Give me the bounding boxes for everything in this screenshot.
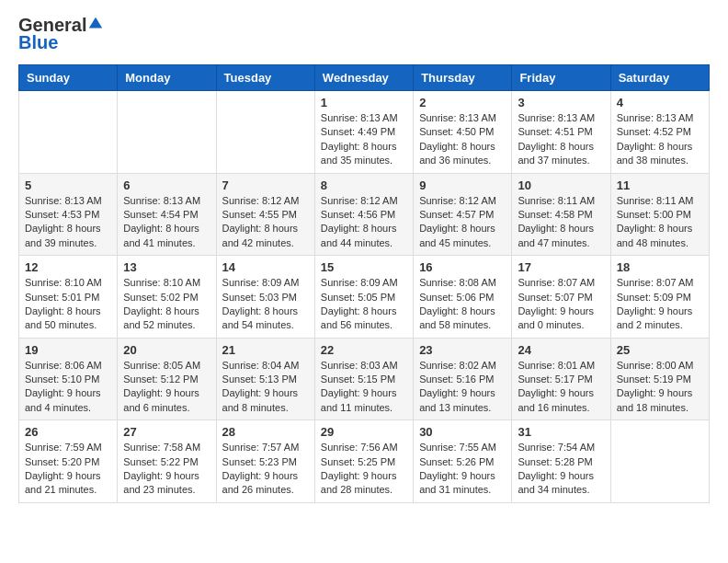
day-info: Sunrise: 8:02 AM Sunset: 5:16 PM Dayligh…: [419, 359, 506, 416]
logo-blue-label: Blue: [18, 32, 58, 53]
day-number: 26: [25, 425, 111, 439]
calendar-cell: 27Sunrise: 7:58 AM Sunset: 5:22 PM Dayli…: [118, 420, 216, 503]
day-number: 21: [222, 343, 309, 357]
calendar-cell: 21Sunrise: 8:04 AM Sunset: 5:13 PM Dayli…: [216, 338, 314, 420]
day-info: Sunrise: 8:13 AM Sunset: 4:51 PM Dayligh…: [518, 111, 604, 168]
day-number: 13: [123, 260, 210, 274]
day-number: 19: [25, 343, 111, 357]
day-info: Sunrise: 8:13 AM Sunset: 4:52 PM Dayligh…: [617, 111, 703, 168]
calendar-cell: 12Sunrise: 8:10 AM Sunset: 5:01 PM Dayli…: [19, 256, 118, 339]
day-number: 24: [518, 343, 604, 357]
weekday-header-monday: Monday: [118, 65, 216, 91]
calendar-week-3: 12Sunrise: 8:10 AM Sunset: 5:01 PM Dayli…: [19, 256, 710, 339]
day-number: 15: [321, 260, 407, 274]
calendar-cell: 7Sunrise: 8:12 AM Sunset: 4:55 PM Daylig…: [216, 173, 314, 256]
day-number: 25: [617, 343, 703, 357]
day-number: 6: [123, 178, 210, 192]
calendar-cell: 28Sunrise: 7:57 AM Sunset: 5:23 PM Dayli…: [216, 420, 314, 503]
weekday-header-tuesday: Tuesday: [216, 65, 314, 91]
logo: General Blue: [18, 15, 104, 53]
day-info: Sunrise: 8:09 AM Sunset: 5:05 PM Dayligh…: [321, 276, 407, 333]
calendar-cell: 18Sunrise: 8:07 AM Sunset: 5:09 PM Dayli…: [610, 256, 709, 339]
calendar-cell: 26Sunrise: 7:59 AM Sunset: 5:20 PM Dayli…: [19, 420, 118, 503]
day-info: Sunrise: 8:07 AM Sunset: 5:09 PM Dayligh…: [617, 276, 703, 333]
calendar-week-4: 19Sunrise: 8:06 AM Sunset: 5:10 PM Dayli…: [19, 338, 710, 420]
calendar-week-5: 26Sunrise: 7:59 AM Sunset: 5:20 PM Dayli…: [19, 420, 710, 503]
day-info: Sunrise: 8:06 AM Sunset: 5:10 PM Dayligh…: [25, 359, 111, 416]
calendar-header-row: SundayMondayTuesdayWednesdayThursdayFrid…: [19, 65, 710, 91]
day-info: Sunrise: 8:12 AM Sunset: 4:55 PM Dayligh…: [222, 194, 309, 251]
day-info: Sunrise: 7:57 AM Sunset: 5:23 PM Dayligh…: [222, 441, 309, 498]
day-number: 14: [222, 260, 309, 274]
calendar-cell: [216, 91, 314, 174]
day-info: Sunrise: 7:54 AM Sunset: 5:28 PM Dayligh…: [518, 441, 604, 498]
day-number: 4: [617, 96, 703, 109]
calendar-cell: [118, 91, 216, 174]
day-number: 23: [419, 343, 506, 357]
calendar-cell: [610, 420, 709, 503]
day-info: Sunrise: 7:56 AM Sunset: 5:25 PM Dayligh…: [321, 441, 407, 498]
logo-flag-icon: [87, 16, 104, 30]
weekday-header-wednesday: Wednesday: [314, 65, 413, 91]
day-info: Sunrise: 7:59 AM Sunset: 5:20 PM Dayligh…: [25, 441, 111, 498]
calendar-cell: 11Sunrise: 8:11 AM Sunset: 5:00 PM Dayli…: [610, 173, 709, 256]
day-info: Sunrise: 8:01 AM Sunset: 5:17 PM Dayligh…: [518, 359, 604, 416]
day-number: 27: [123, 425, 210, 439]
day-number: 17: [518, 260, 604, 274]
day-info: Sunrise: 7:55 AM Sunset: 5:26 PM Dayligh…: [419, 441, 506, 498]
day-number: 10: [518, 178, 604, 192]
day-info: Sunrise: 8:07 AM Sunset: 5:07 PM Dayligh…: [518, 276, 604, 333]
calendar-cell: 5Sunrise: 8:13 AM Sunset: 4:53 PM Daylig…: [19, 173, 118, 256]
calendar-cell: 4Sunrise: 8:13 AM Sunset: 4:52 PM Daylig…: [610, 91, 709, 174]
day-info: Sunrise: 8:09 AM Sunset: 5:03 PM Dayligh…: [222, 276, 309, 333]
day-info: Sunrise: 8:12 AM Sunset: 4:57 PM Dayligh…: [419, 194, 506, 251]
calendar-cell: 6Sunrise: 8:13 AM Sunset: 4:54 PM Daylig…: [118, 173, 216, 256]
day-info: Sunrise: 7:58 AM Sunset: 5:22 PM Dayligh…: [123, 441, 210, 498]
calendar-cell: 8Sunrise: 8:12 AM Sunset: 4:56 PM Daylig…: [314, 173, 413, 256]
day-info: Sunrise: 8:11 AM Sunset: 4:58 PM Dayligh…: [518, 194, 604, 251]
day-number: 20: [123, 343, 210, 357]
calendar-cell: 3Sunrise: 8:13 AM Sunset: 4:51 PM Daylig…: [512, 91, 610, 174]
svg-marker-0: [89, 17, 102, 28]
calendar-cell: 29Sunrise: 7:56 AM Sunset: 5:25 PM Dayli…: [314, 420, 413, 503]
weekday-header-saturday: Saturday: [610, 65, 709, 91]
day-info: Sunrise: 8:05 AM Sunset: 5:12 PM Dayligh…: [123, 359, 210, 416]
weekday-header-friday: Friday: [512, 65, 610, 91]
day-info: Sunrise: 8:13 AM Sunset: 4:49 PM Dayligh…: [321, 111, 407, 168]
day-info: Sunrise: 8:13 AM Sunset: 4:53 PM Dayligh…: [25, 194, 111, 251]
calendar-cell: 20Sunrise: 8:05 AM Sunset: 5:12 PM Dayli…: [118, 338, 216, 420]
day-number: 11: [617, 178, 703, 192]
day-number: 29: [321, 425, 407, 439]
day-info: Sunrise: 8:13 AM Sunset: 4:54 PM Dayligh…: [123, 194, 210, 251]
calendar-cell: 19Sunrise: 8:06 AM Sunset: 5:10 PM Dayli…: [19, 338, 118, 420]
calendar-cell: 31Sunrise: 7:54 AM Sunset: 5:28 PM Dayli…: [512, 420, 610, 503]
header: General Blue: [18, 15, 710, 53]
day-number: 1: [321, 96, 407, 109]
day-number: 22: [321, 343, 407, 357]
calendar-cell: 23Sunrise: 8:02 AM Sunset: 5:16 PM Dayli…: [414, 338, 512, 420]
calendar-cell: 15Sunrise: 8:09 AM Sunset: 5:05 PM Dayli…: [314, 256, 413, 339]
weekday-header-sunday: Sunday: [19, 65, 118, 91]
calendar-cell: 1Sunrise: 8:13 AM Sunset: 4:49 PM Daylig…: [314, 91, 413, 174]
calendar-cell: 9Sunrise: 8:12 AM Sunset: 4:57 PM Daylig…: [414, 173, 512, 256]
calendar-cell: 13Sunrise: 8:10 AM Sunset: 5:02 PM Dayli…: [118, 256, 216, 339]
calendar-cell: 30Sunrise: 7:55 AM Sunset: 5:26 PM Dayli…: [414, 420, 512, 503]
day-info: Sunrise: 8:10 AM Sunset: 5:02 PM Dayligh…: [123, 276, 210, 333]
day-number: 12: [25, 260, 111, 274]
day-number: 7: [222, 178, 309, 192]
day-info: Sunrise: 8:12 AM Sunset: 4:56 PM Dayligh…: [321, 194, 407, 251]
day-info: Sunrise: 8:11 AM Sunset: 5:00 PM Dayligh…: [617, 194, 703, 251]
day-info: Sunrise: 8:04 AM Sunset: 5:13 PM Dayligh…: [222, 359, 309, 416]
calendar-cell: 24Sunrise: 8:01 AM Sunset: 5:17 PM Dayli…: [512, 338, 610, 420]
day-info: Sunrise: 8:03 AM Sunset: 5:15 PM Dayligh…: [321, 359, 407, 416]
calendar-cell: [19, 91, 118, 174]
calendar-cell: 10Sunrise: 8:11 AM Sunset: 4:58 PM Dayli…: [512, 173, 610, 256]
day-info: Sunrise: 8:10 AM Sunset: 5:01 PM Dayligh…: [25, 276, 111, 333]
day-number: 30: [419, 425, 506, 439]
day-info: Sunrise: 8:08 AM Sunset: 5:06 PM Dayligh…: [419, 276, 506, 333]
day-number: 5: [25, 178, 111, 192]
day-info: Sunrise: 8:00 AM Sunset: 5:19 PM Dayligh…: [617, 359, 703, 416]
day-number: 9: [419, 178, 506, 192]
calendar-cell: 14Sunrise: 8:09 AM Sunset: 5:03 PM Dayli…: [216, 256, 314, 339]
calendar-table: SundayMondayTuesdayWednesdayThursdayFrid…: [18, 64, 710, 503]
